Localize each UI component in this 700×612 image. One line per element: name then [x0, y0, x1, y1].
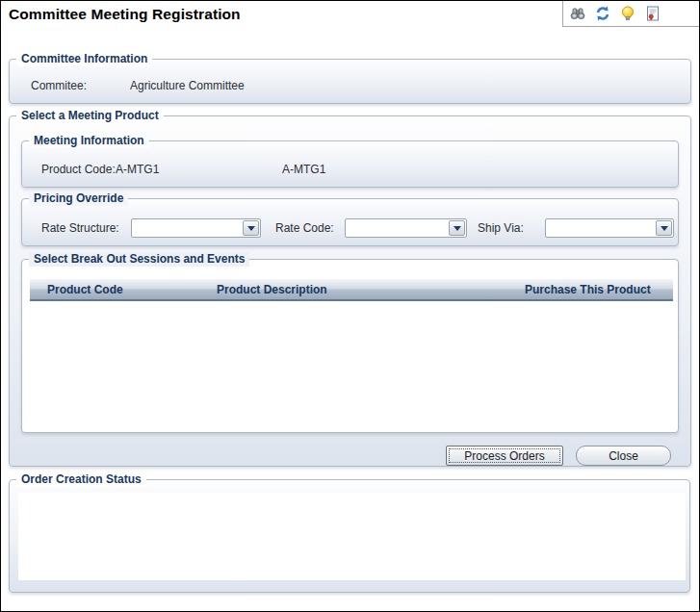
toolbar [562, 1, 699, 27]
chevron-down-icon [247, 226, 255, 231]
product-code-label: Product Code: [41, 160, 116, 179]
refresh-icon[interactable] [594, 5, 611, 22]
rate-code-dropdown-button[interactable] [449, 220, 465, 236]
help-lightbulb-icon[interactable] [619, 5, 636, 22]
product-code-display: A-MTG1 [282, 160, 325, 179]
chevron-down-icon [454, 226, 461, 231]
order-creation-status-legend: Order Creation Status [16, 472, 146, 487]
select-meeting-product-legend: Select a Meeting Product [16, 109, 164, 123]
sessions-table-body [30, 303, 673, 426]
find-binoculars-icon[interactable] [569, 5, 586, 22]
committee-information-panel: Committee Information Commitee: Agricult… [9, 59, 691, 104]
ship-via-combobox[interactable] [545, 218, 674, 238]
ship-via-dropdown-button[interactable] [656, 220, 672, 236]
breakout-sessions-legend: Select Break Out Sessions and Events [29, 252, 249, 267]
page-title: Committee Meeting Registration [9, 6, 241, 23]
meeting-information-panel: Meeting Information Product Code: A-MTG1… [21, 140, 679, 188]
committee-meeting-registration-window: Committee Meeting Registration [0, 0, 700, 612]
column-header-product-code: Product Code [47, 283, 217, 296]
column-header-product-description: Product Description [217, 283, 525, 296]
committee-value: Agriculture Committee [130, 76, 245, 95]
product-code-value: A-MTG1 [116, 160, 159, 179]
column-header-purchase-this-product: Purchase This Product [525, 283, 673, 296]
order-creation-status-panel: Order Creation Status [9, 479, 690, 593]
rate-structure-label: Rate Structure: [41, 218, 119, 238]
process-orders-button[interactable]: Process Orders [446, 446, 563, 466]
select-meeting-product-panel: Select a Meeting Product Meeting Informa… [9, 115, 691, 467]
order-status-textarea[interactable] [18, 493, 686, 580]
pricing-override-panel: Pricing Override Rate Structure: Rate Co… [21, 198, 679, 246]
ship-via-label: Ship Via: [478, 218, 524, 238]
breakout-sessions-panel: Select Break Out Sessions and Events Pro… [21, 259, 679, 433]
pricing-override-legend: Pricing Override [29, 191, 128, 206]
report-icon[interactable] [644, 5, 661, 22]
committee-label: Commitee: [31, 76, 87, 95]
committee-information-legend: Committee Information [16, 52, 152, 66]
rate-structure-combobox[interactable] [131, 218, 261, 238]
rate-structure-dropdown-button[interactable] [243, 220, 259, 236]
close-button[interactable]: Close [576, 446, 671, 466]
rate-code-combobox[interactable] [345, 218, 467, 238]
chevron-down-icon [661, 226, 668, 231]
meeting-information-legend: Meeting Information [29, 134, 149, 148]
sessions-table-header: Product Code Product Description Purchas… [30, 279, 673, 301]
rate-code-label: Rate Code: [275, 218, 334, 238]
